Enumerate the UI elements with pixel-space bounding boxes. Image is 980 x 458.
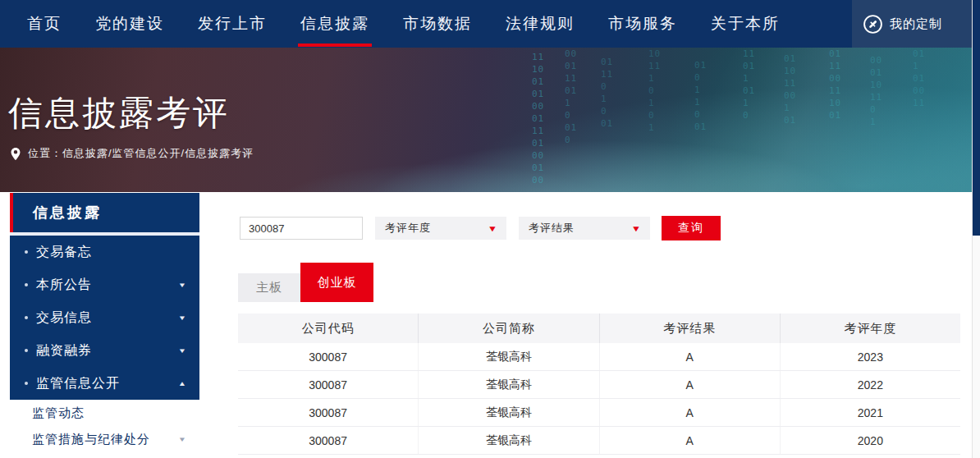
dropdown-label: 考评年度 [385,221,431,236]
breadcrumb-text: 位置：信息披露/监管信息公开/信息披露考评 [28,146,254,161]
nav-label: 关于本所 [711,13,780,34]
nav-item-disclosure-active[interactable]: 信息披露 [300,0,369,48]
bullet-dot-icon [25,349,28,352]
column-header-company-name: 公司简称 [418,314,598,343]
cell-company-code: 300087 [238,343,418,370]
column-header-evaluation-result: 考评结果 [599,314,780,343]
active-nav-underline [298,44,372,47]
evaluation-result-dropdown[interactable]: 考评结果 ▼ [519,217,650,240]
table-row: 300087 荃银高科 A 2021 [238,399,960,427]
sidebar-subitem-regulatory-dynamics[interactable]: 监管动态 [10,400,199,426]
chevron-down-icon: ▼ [178,314,188,322]
cell-company-name: 荃银高科 [418,343,598,370]
nav-label: 首页 [27,13,62,34]
sidebar-item-label: 监管信息公开 [36,375,120,392]
dropdown-label: 考评结果 [529,221,575,236]
page-title: 信息披露考评 [8,90,230,136]
sidebar-submenu: 监管动态 监管措施与纪律处分 ▼ [10,400,199,452]
nav-label: 信息披露 [300,13,369,34]
nav-item-party-building[interactable]: 党的建设 [95,0,164,48]
cell-evaluation-year: 2023 [780,343,960,370]
cell-evaluation-year: 2022 [780,371,960,398]
nav-item-about[interactable]: 关于本所 [711,0,780,48]
sidebar-item-label: 本所公告 [36,277,92,294]
sidebar-item-trading-info[interactable]: 交易信息 ▼ [10,301,199,334]
customize-pencil-icon [863,14,883,34]
sidebar-header-label: 信息披露 [33,203,102,222]
nav-item-rules[interactable]: 法律规则 [506,0,575,48]
cell-company-name: 荃银高科 [418,427,598,454]
binary-rain-decoration: 01 11 0 1 0 01 [601,56,613,130]
nav-label: 法律规则 [506,13,575,34]
binary-rain-decoration: 10 11 1 0 1 0 1 [648,48,661,134]
binary-rain-decoration: 01 10 11 00 1 01 [784,53,796,126]
binary-rain-decoration: 11 01 1 01 1 0 [743,48,755,121]
table-header-row: 公司代码 公司简称 考评结果 考评年度 [238,314,960,343]
sidebar-item-label: 交易备忘 [36,244,92,261]
hero-banner: 11 10 01 01 00 01 11 01 00 01 00 00 01 1… [0,48,980,192]
table-row: 300087 荃银高科 A 2022 [238,371,960,399]
nav-item-home[interactable]: 首页 [27,0,62,48]
nav-label: 党的建设 [95,13,164,34]
bullet-dot-icon [25,283,28,286]
column-header-evaluation-year: 考评年度 [780,314,960,343]
stock-code-input[interactable] [240,217,363,240]
nav-item-market-services[interactable]: 市场服务 [608,0,677,48]
sidebar-item-label: 交易信息 [36,309,92,327]
bullet-dot-icon [25,382,28,385]
top-navbar: 首页 党的建设 发行上市 信息披露 市场数据 法律规则 市场服务 关于本所 我的… [0,0,980,48]
cell-evaluation-year: 2020 [780,427,960,454]
nav-label: 市场数据 [403,13,472,34]
cell-company-code: 300087 [238,399,418,426]
tab-main-board[interactable]: 主板 [238,273,300,302]
nav-item-market-data[interactable]: 市场数据 [403,0,472,48]
cell-evaluation-year: 2021 [780,399,960,426]
my-customization-button[interactable]: 我的定制 [852,0,972,48]
sidebar-header-disclosure[interactable]: 信息披露 [10,193,199,232]
location-pin-icon [10,147,21,161]
sidebar-item-exchange-notices[interactable]: 本所公告 ▼ [10,268,199,301]
binary-rain-decoration: 01 11 00 11 10 01 [829,48,841,121]
chevron-down-icon: ▼ [178,436,188,443]
cell-evaluation-result: A [599,371,780,398]
dropdown-arrow-icon: ▼ [631,224,641,233]
cell-evaluation-result: A [599,427,780,454]
cell-company-code: 300087 [238,371,418,398]
nav-items: 首页 党的建设 发行上市 信息披露 市场数据 法律规则 市场服务 关于本所 [0,0,980,48]
evaluation-year-dropdown[interactable]: 考评年度 ▼ [375,217,506,240]
bullet-dot-icon [25,250,28,254]
chevron-down-icon: ▼ [178,347,188,355]
cell-evaluation-result: A [599,343,780,370]
sidebar-item-regulatory-disclosure[interactable]: 监管信息公开 ▲ [10,367,199,400]
page: 首页 党的建设 发行上市 信息披露 市场数据 法律规则 市场服务 关于本所 我的… [0,0,980,458]
sidebar-subitem-label: 监管动态 [32,405,85,421]
vertical-scrollbar-track[interactable] [972,0,980,458]
table-row: 300087 荃银高科 A 2020 [238,427,960,455]
binary-rain-decoration: 00 01 10 11 0 1 [870,54,882,128]
breadcrumb: 位置：信息披露/监管信息公开/信息披露考评 [10,146,254,161]
cell-company-name: 荃银高科 [418,399,598,426]
sidebar-subitem-disciplinary-measures[interactable]: 监管措施与纪律处分 ▼ [10,426,199,452]
binary-rain-decoration: 11 10 01 01 00 01 11 01 00 01 00 [532,51,544,186]
search-button[interactable]: 查询 [662,216,721,240]
nav-label: 发行上市 [198,13,267,34]
dropdown-arrow-icon: ▼ [488,224,497,233]
cell-company-name: 荃银高科 [418,371,598,398]
my-customization-label: 我的定制 [890,16,942,32]
chevron-up-icon: ▲ [178,380,188,387]
table-row: 300087 荃银高科 A 2023 [238,343,960,371]
vertical-scrollbar-thumb[interactable] [973,0,980,236]
sidebar-menu: 交易备忘 本所公告 ▼ 交易信息 ▼ 融资融券 ▼ 监管信息公开 ▲ [10,236,199,400]
cell-evaluation-result: A [599,399,780,426]
cell-company-code: 300087 [238,427,418,454]
binary-rain-decoration: 01 0 1 1 0 01 [694,59,707,133]
nav-label: 市场服务 [608,13,677,34]
tab-gem-board-active[interactable]: 创业板 [300,263,373,302]
nav-item-listing[interactable]: 发行上市 [198,0,267,48]
bullet-dot-icon [25,316,28,319]
sidebar-item-trading-memo[interactable]: 交易备忘 [10,236,199,268]
sidebar-subitem-label: 监管措施与纪律处分 [32,432,150,447]
sidebar-item-margin-trading[interactable]: 融资融券 ▼ [10,334,199,367]
chevron-down-icon: ▼ [178,282,188,289]
binary-rain-decoration: 01 1 01 00 11 [913,48,925,109]
